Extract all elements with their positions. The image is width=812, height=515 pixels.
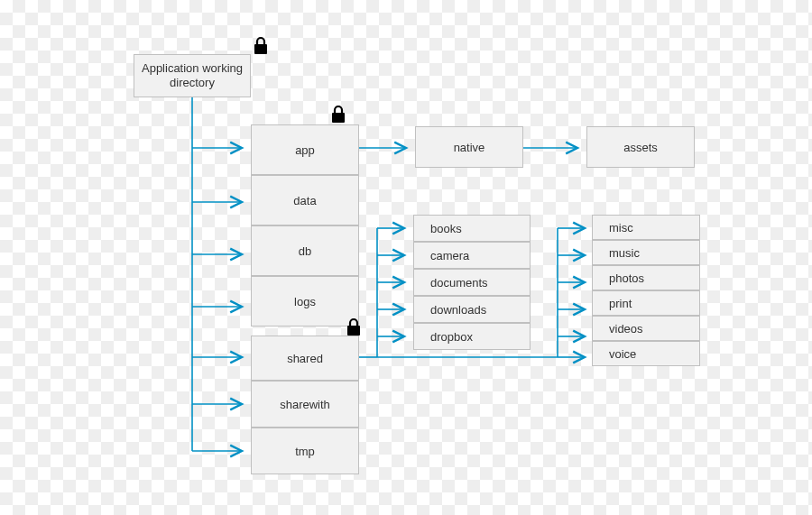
node-label: db	[299, 244, 311, 258]
node-shared: shared	[251, 336, 359, 381]
node-app: app	[251, 124, 359, 175]
node-label: downloads	[430, 303, 486, 317]
lock-icon	[253, 36, 269, 56]
node-tmp: tmp	[251, 428, 359, 474]
svg-rect-27	[347, 326, 360, 336]
node-videos: videos	[592, 316, 700, 341]
node-data: data	[251, 175, 359, 225]
node-sharewith: sharewith	[251, 381, 359, 428]
node-misc: misc	[592, 215, 700, 240]
lock-icon	[330, 105, 346, 124]
node-voice: voice	[592, 341, 700, 366]
node-label: books	[430, 222, 462, 235]
svg-rect-25	[254, 44, 267, 54]
node-label: logs	[294, 295, 316, 308]
node-label: camera	[430, 249, 469, 262]
node-label: data	[293, 194, 316, 207]
node-label: sharewith	[280, 398, 330, 411]
node-label: shared	[287, 352, 323, 365]
node-label: tmp	[295, 445, 315, 458]
node-root: Application working directory	[134, 54, 251, 97]
node-label: native	[454, 141, 485, 154]
node-label: voice	[609, 347, 636, 361]
node-assets: assets	[586, 126, 695, 168]
node-label: videos	[609, 322, 643, 336]
node-label: documents	[430, 276, 488, 290]
lock-icon	[346, 317, 362, 337]
node-label: music	[609, 246, 640, 260]
node-documents: documents	[413, 269, 531, 296]
node-books: books	[413, 215, 531, 242]
node-logs: logs	[251, 276, 359, 326]
node-dropbox: dropbox	[413, 323, 531, 350]
node-label: Application working directory	[134, 61, 250, 91]
node-label: dropbox	[430, 330, 473, 344]
node-downloads: downloads	[413, 296, 531, 323]
node-label: photos	[609, 271, 644, 285]
node-camera: camera	[413, 242, 531, 269]
node-photos: photos	[592, 265, 700, 290]
node-label: misc	[609, 221, 633, 235]
node-label: app	[295, 143, 315, 157]
node-native: native	[415, 126, 523, 168]
svg-rect-26	[332, 113, 345, 123]
node-print: print	[592, 290, 700, 316]
node-label: assets	[623, 141, 658, 154]
node-music: music	[592, 240, 700, 265]
node-db: db	[251, 225, 359, 276]
node-label: print	[609, 297, 632, 310]
